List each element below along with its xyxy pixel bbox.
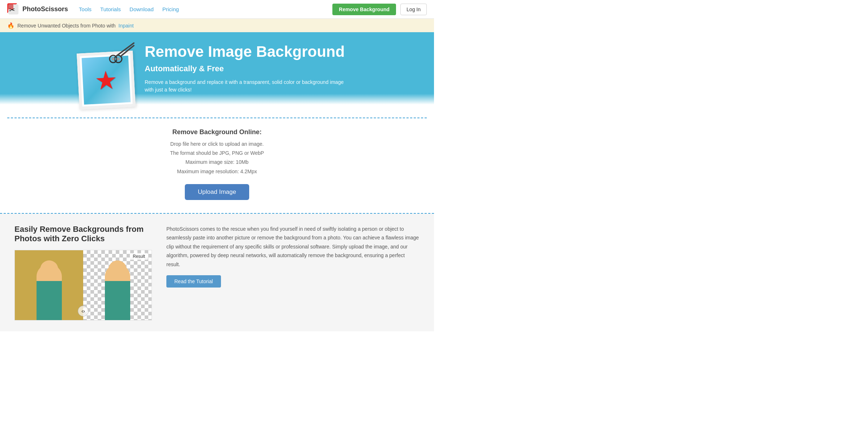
features-title: Easily Remove Backgrounds from Photos wi… — [14, 225, 152, 243]
hero-subtitle: Automatically & Free — [145, 64, 347, 73]
banner-link[interactable]: Inpaint — [119, 23, 134, 29]
upload-title: Remove Background Online: — [7, 128, 427, 136]
logo-icon: ✂ — [7, 3, 20, 16]
nav-link-download[interactable]: Download — [129, 6, 154, 12]
hero-description: Remove a background and replace it with … — [145, 78, 347, 94]
red-star-icon: ★ — [94, 65, 118, 95]
demo-container: Original Result — [14, 250, 152, 320]
logo-text: PhotoScissors — [22, 5, 68, 13]
right-arrow-icon: › — [83, 308, 85, 314]
login-button[interactable]: Log In — [400, 4, 427, 15]
nav-link-tools[interactable]: Tools — [79, 6, 92, 12]
nav-link-tutorials[interactable]: Tutorials — [100, 6, 121, 12]
nav-right: Remove Background Log In — [332, 4, 427, 15]
read-tutorial-button[interactable]: Read the Tutorial — [166, 275, 221, 288]
promo-banner: 🔥 Remove Unwanted Objects from Photo wit… — [0, 19, 434, 32]
upload-line4: Maximum image resolution: 4.2Mpx — [7, 167, 427, 176]
navbar: ✂ PhotoScissors Tools Tutorials Download… — [0, 0, 434, 19]
banner-text: Remove Unwanted Objects from Photo with — [17, 23, 116, 29]
features-demo: Easily Remove Backgrounds from Photos wi… — [14, 225, 152, 320]
demo-result: Result — [83, 250, 152, 320]
upload-section: Remove Background Online: Drop file here… — [0, 105, 434, 214]
features-description-area: PhotoScissors comes to the rescue when y… — [166, 225, 420, 320]
svg-point-6 — [117, 58, 120, 60]
upload-line1: Drop file here or click to upload an ima… — [7, 140, 427, 149]
logo[interactable]: ✂ PhotoScissors — [7, 3, 68, 16]
upload-instructions: Drop file here or click to upload an ima… — [7, 140, 427, 176]
scissors-icon — [107, 40, 139, 65]
fire-icon: 🔥 — [7, 22, 14, 29]
svg-point-5 — [112, 58, 115, 60]
demo-original: Original — [15, 250, 83, 320]
upload-image-button[interactable]: Upload Image — [185, 184, 249, 200]
nav-link-pricing[interactable]: Pricing — [162, 6, 179, 12]
nav-links: Tools Tutorials Download Pricing — [79, 6, 332, 12]
upload-line2: The format should be JPG, PNG or WebP — [7, 149, 427, 158]
hero-section: ★ Remove Image Background Automatically … — [0, 32, 434, 105]
upload-line3: Maximum image size: 10Mb — [7, 158, 427, 167]
features-description: PhotoScissors comes to the rescue when y… — [166, 225, 420, 269]
svg-line-7 — [116, 43, 134, 56]
features-section: Easily Remove Backgrounds from Photos wi… — [0, 214, 434, 331]
svg-rect-2 — [8, 4, 13, 9]
remove-background-button[interactable]: Remove Background — [332, 4, 396, 15]
hero-text: Remove Image Background Automatically & … — [145, 43, 347, 94]
demo-slider-arrows[interactable]: ‹ › — [78, 306, 89, 316]
hero-title: Remove Image Background — [145, 43, 347, 60]
